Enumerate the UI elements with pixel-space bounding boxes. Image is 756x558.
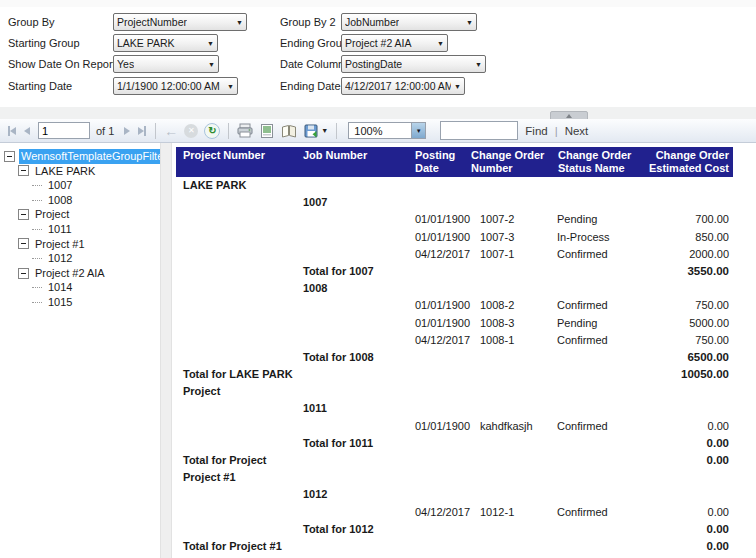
- table-row: 01/01/19001008-2Confirmed750.00: [176, 298, 733, 315]
- export-caret-icon[interactable]: ▼: [321, 127, 328, 134]
- tree-node-project-2-aia[interactable]: Project #2 AIA: [0, 266, 160, 281]
- cell-estimated-cost: 750.00: [695, 299, 729, 311]
- cell-estimated-cost: 0.00: [708, 506, 729, 518]
- total-label: Total for 1008: [303, 351, 374, 363]
- table-row: 04/12/20171007-1Confirmed2000.00: [176, 247, 733, 264]
- print-layout-icon[interactable]: [259, 123, 275, 139]
- parameters-bottom-strip: [0, 107, 756, 119]
- show-date-on-report-select[interactable]: Yes▼: [113, 55, 219, 73]
- tree-node-1011[interactable]: 1011: [0, 222, 160, 237]
- tree-node-label: 1007: [46, 178, 74, 193]
- next-link[interactable]: Next: [565, 125, 589, 137]
- starting-date-select[interactable]: 1/1/1900 12:00:00 AM▼: [113, 77, 238, 95]
- cell-project-number: Project: [183, 385, 220, 397]
- starting-group-select[interactable]: LAKE PARK▼: [113, 34, 218, 52]
- cell-change-order-number: 1008-3: [480, 317, 514, 329]
- tree-node-1015[interactable]: 1015: [0, 295, 160, 310]
- page-number-input[interactable]: [38, 122, 90, 139]
- cell-change-order-status: Confirmed: [557, 420, 608, 432]
- report-canvas: Project Number Job Number Posting Date C…: [172, 143, 756, 558]
- table-row: Project #1: [176, 470, 733, 487]
- table-row: LAKE PARK: [176, 178, 733, 195]
- cell-change-order-status: Confirmed: [557, 334, 608, 346]
- table-row: Project: [176, 384, 733, 401]
- cell-job-number: 1007: [303, 196, 327, 208]
- total-label: Total for 1007: [303, 265, 374, 277]
- cell-estimated-cost: 850.00: [695, 231, 729, 243]
- zoom-select[interactable]: 100% ▼: [348, 122, 426, 139]
- total-estimated-cost: 6500.00: [687, 351, 729, 363]
- cell-estimated-cost: 0.00: [708, 420, 729, 432]
- table-row: 04/12/20171008-1Confirmed750.00: [176, 333, 733, 350]
- print-icon[interactable]: [237, 123, 253, 139]
- previous-page-icon[interactable]: [24, 127, 30, 135]
- cell-estimated-cost: 2000.00: [689, 248, 729, 260]
- next-page-icon[interactable]: [124, 127, 130, 135]
- first-page-icon[interactable]: [8, 126, 16, 136]
- column-header-posting-date: Posting Date: [415, 149, 467, 174]
- total-label: Total for LAKE PARK: [183, 368, 293, 380]
- report-viewer-window: Group ByProjectNumber▼Starting GroupLAKE…: [0, 0, 756, 558]
- tree-node-1007[interactable]: 1007: [0, 178, 160, 193]
- collapse-node-icon[interactable]: [18, 268, 29, 279]
- date-column-select[interactable]: PostingDate▼: [341, 55, 486, 73]
- cell-change-order-status: In-Process: [557, 231, 610, 243]
- group-by-select[interactable]: ProjectNumber▼: [113, 13, 247, 31]
- tree-connector-icon: [32, 287, 42, 288]
- chevron-down-icon: ▼: [208, 61, 215, 68]
- document-map-splitter[interactable]: [160, 143, 172, 558]
- tree-node-label: Project: [33, 207, 71, 222]
- chevron-down-icon: ▼: [437, 40, 444, 47]
- column-header-change-order-number: Change Order Number: [471, 149, 559, 174]
- table-row: 1012: [176, 487, 733, 504]
- group-by-value: ProjectNumber: [117, 16, 187, 28]
- parameters-panel: Group ByProjectNumber▼Starting GroupLAKE…: [0, 7, 756, 107]
- ending-group-select[interactable]: Project #2 AIA▼: [341, 34, 448, 52]
- collapse-node-icon[interactable]: [18, 209, 29, 220]
- collapse-node-icon[interactable]: [18, 238, 29, 249]
- table-row: 1007: [176, 195, 733, 212]
- tree-node-project[interactable]: Project: [0, 207, 160, 222]
- tree-node-1008[interactable]: 1008: [0, 193, 160, 208]
- ending-group-label: Ending Group: [280, 37, 348, 49]
- collapse-node-icon[interactable]: [4, 151, 15, 162]
- cell-project-number: Project #1: [183, 471, 236, 483]
- cell-change-order-number: 1012-1: [480, 506, 514, 518]
- refresh-icon[interactable]: ↻: [204, 123, 220, 139]
- export-icon[interactable]: ▼: [303, 123, 328, 139]
- find-link[interactable]: Find: [525, 125, 547, 137]
- page-setup-icon[interactable]: [281, 123, 297, 139]
- table-row: Total for LAKE PARK10050.00: [176, 367, 733, 384]
- cell-change-order-number: 1007-3: [480, 231, 514, 243]
- table-row: 1008: [176, 281, 733, 298]
- find-input[interactable]: [440, 121, 518, 140]
- ending-date-value: 4/12/2017 12:00:00 AM: [345, 80, 451, 92]
- zoom-dropdown-icon[interactable]: ▼: [411, 123, 425, 138]
- toolbar-separator: [228, 123, 229, 139]
- back-icon[interactable]: ←: [164, 123, 178, 139]
- collapse-node-icon[interactable]: [18, 165, 29, 176]
- tree-node-1012[interactable]: 1012: [0, 251, 160, 266]
- tree-node-wennsofttemplategroupfilterd[interactable]: WennsoftTemplateGroupFilterD: [0, 149, 160, 164]
- total-label: Total for 1011: [303, 437, 373, 449]
- cell-change-order-number: kahdfkasjh: [480, 420, 533, 432]
- tree-connector-icon: [32, 200, 42, 201]
- group-by-2-value: JobNumber: [345, 16, 399, 28]
- group-by-2-select[interactable]: JobNumber▼: [341, 13, 477, 31]
- tree-node-project-1[interactable]: Project #1: [0, 237, 160, 252]
- page-count-label: of 1: [96, 125, 114, 137]
- total-label: Total for Project #1: [183, 540, 282, 552]
- cell-posting-date: 01/01/1900: [415, 231, 470, 243]
- cell-change-order-status: Confirmed: [557, 299, 608, 311]
- cell-posting-date: 01/01/1900: [415, 299, 470, 311]
- last-page-icon[interactable]: [138, 126, 146, 136]
- cancel-rendering-icon[interactable]: ✕: [184, 124, 198, 138]
- date-column-value: PostingDate: [345, 58, 402, 70]
- tree-node-1014[interactable]: 1014: [0, 280, 160, 295]
- toolbar-separator: [336, 123, 337, 139]
- cell-change-order-number: 1007-1: [480, 248, 514, 260]
- tree-node-lake-park[interactable]: LAKE PARK: [0, 164, 160, 179]
- ending-group-value: Project #2 AIA: [345, 37, 412, 49]
- ending-date-select[interactable]: 4/12/2017 12:00:00 AM▼: [341, 77, 465, 95]
- chevron-down-icon: ▼: [466, 19, 473, 26]
